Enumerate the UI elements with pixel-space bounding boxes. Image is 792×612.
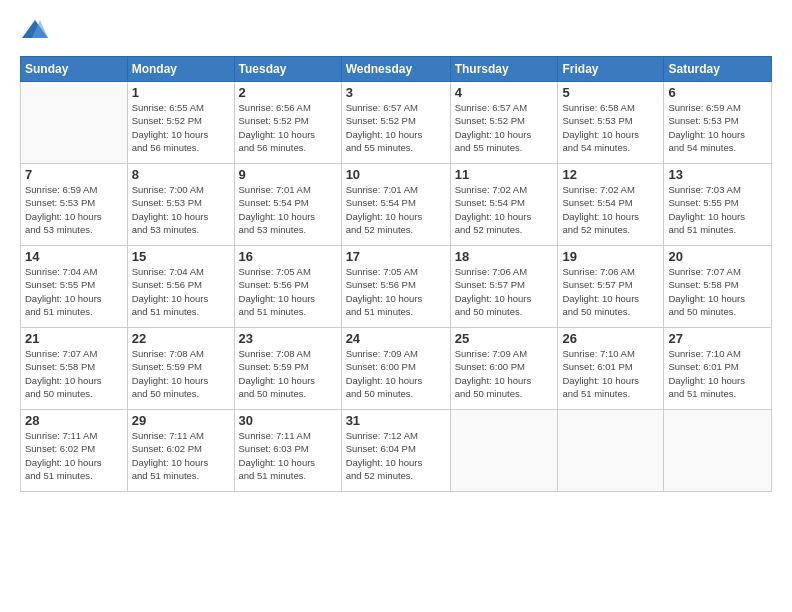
day-number: 19 — [562, 249, 659, 264]
logo-icon — [20, 16, 50, 46]
day-info: Sunrise: 6:57 AM Sunset: 5:52 PM Dayligh… — [346, 101, 446, 154]
calendar-week-row: 1Sunrise: 6:55 AM Sunset: 5:52 PM Daylig… — [21, 82, 772, 164]
day-info: Sunrise: 7:12 AM Sunset: 6:04 PM Dayligh… — [346, 429, 446, 482]
day-info: Sunrise: 7:11 AM Sunset: 6:02 PM Dayligh… — [132, 429, 230, 482]
weekday-header: Monday — [127, 57, 234, 82]
day-number: 25 — [455, 331, 554, 346]
day-info: Sunrise: 6:58 AM Sunset: 5:53 PM Dayligh… — [562, 101, 659, 154]
day-info: Sunrise: 7:11 AM Sunset: 6:03 PM Dayligh… — [239, 429, 337, 482]
calendar-cell: 24Sunrise: 7:09 AM Sunset: 6:00 PM Dayli… — [341, 328, 450, 410]
day-info: Sunrise: 7:08 AM Sunset: 5:59 PM Dayligh… — [132, 347, 230, 400]
calendar-week-row: 28Sunrise: 7:11 AM Sunset: 6:02 PM Dayli… — [21, 410, 772, 492]
day-info: Sunrise: 7:02 AM Sunset: 5:54 PM Dayligh… — [562, 183, 659, 236]
calendar-cell: 23Sunrise: 7:08 AM Sunset: 5:59 PM Dayli… — [234, 328, 341, 410]
day-info: Sunrise: 7:04 AM Sunset: 5:55 PM Dayligh… — [25, 265, 123, 318]
calendar-cell: 1Sunrise: 6:55 AM Sunset: 5:52 PM Daylig… — [127, 82, 234, 164]
calendar-cell: 29Sunrise: 7:11 AM Sunset: 6:02 PM Dayli… — [127, 410, 234, 492]
day-number: 20 — [668, 249, 767, 264]
day-number: 27 — [668, 331, 767, 346]
calendar-week-row: 7Sunrise: 6:59 AM Sunset: 5:53 PM Daylig… — [21, 164, 772, 246]
day-info: Sunrise: 7:01 AM Sunset: 5:54 PM Dayligh… — [239, 183, 337, 236]
day-number: 6 — [668, 85, 767, 100]
weekday-header: Thursday — [450, 57, 558, 82]
weekday-header: Tuesday — [234, 57, 341, 82]
day-info: Sunrise: 6:56 AM Sunset: 5:52 PM Dayligh… — [239, 101, 337, 154]
day-info: Sunrise: 7:06 AM Sunset: 5:57 PM Dayligh… — [562, 265, 659, 318]
calendar-cell: 31Sunrise: 7:12 AM Sunset: 6:04 PM Dayli… — [341, 410, 450, 492]
day-number: 22 — [132, 331, 230, 346]
calendar-cell: 12Sunrise: 7:02 AM Sunset: 5:54 PM Dayli… — [558, 164, 664, 246]
day-number: 24 — [346, 331, 446, 346]
day-number: 11 — [455, 167, 554, 182]
day-info: Sunrise: 7:02 AM Sunset: 5:54 PM Dayligh… — [455, 183, 554, 236]
day-number: 31 — [346, 413, 446, 428]
day-info: Sunrise: 7:07 AM Sunset: 5:58 PM Dayligh… — [668, 265, 767, 318]
day-number: 17 — [346, 249, 446, 264]
calendar-cell: 16Sunrise: 7:05 AM Sunset: 5:56 PM Dayli… — [234, 246, 341, 328]
day-number: 9 — [239, 167, 337, 182]
day-number: 30 — [239, 413, 337, 428]
day-number: 23 — [239, 331, 337, 346]
weekday-header: Friday — [558, 57, 664, 82]
day-number: 29 — [132, 413, 230, 428]
page: SundayMondayTuesdayWednesdayThursdayFrid… — [0, 0, 792, 612]
calendar-cell: 26Sunrise: 7:10 AM Sunset: 6:01 PM Dayli… — [558, 328, 664, 410]
day-info: Sunrise: 7:03 AM Sunset: 5:55 PM Dayligh… — [668, 183, 767, 236]
calendar-cell: 7Sunrise: 6:59 AM Sunset: 5:53 PM Daylig… — [21, 164, 128, 246]
day-info: Sunrise: 7:11 AM Sunset: 6:02 PM Dayligh… — [25, 429, 123, 482]
calendar-cell: 14Sunrise: 7:04 AM Sunset: 5:55 PM Dayli… — [21, 246, 128, 328]
day-number: 8 — [132, 167, 230, 182]
day-number: 21 — [25, 331, 123, 346]
calendar-cell: 9Sunrise: 7:01 AM Sunset: 5:54 PM Daylig… — [234, 164, 341, 246]
logo — [20, 16, 54, 46]
day-info: Sunrise: 7:00 AM Sunset: 5:53 PM Dayligh… — [132, 183, 230, 236]
day-number: 18 — [455, 249, 554, 264]
calendar-cell: 18Sunrise: 7:06 AM Sunset: 5:57 PM Dayli… — [450, 246, 558, 328]
day-info: Sunrise: 7:10 AM Sunset: 6:01 PM Dayligh… — [562, 347, 659, 400]
day-number: 26 — [562, 331, 659, 346]
calendar-cell: 27Sunrise: 7:10 AM Sunset: 6:01 PM Dayli… — [664, 328, 772, 410]
day-info: Sunrise: 7:05 AM Sunset: 5:56 PM Dayligh… — [239, 265, 337, 318]
calendar-cell — [558, 410, 664, 492]
calendar-cell: 4Sunrise: 6:57 AM Sunset: 5:52 PM Daylig… — [450, 82, 558, 164]
calendar-cell — [21, 82, 128, 164]
calendar-cell: 30Sunrise: 7:11 AM Sunset: 6:03 PM Dayli… — [234, 410, 341, 492]
day-info: Sunrise: 6:55 AM Sunset: 5:52 PM Dayligh… — [132, 101, 230, 154]
weekday-header: Sunday — [21, 57, 128, 82]
day-number: 7 — [25, 167, 123, 182]
weekday-header: Wednesday — [341, 57, 450, 82]
day-info: Sunrise: 7:09 AM Sunset: 6:00 PM Dayligh… — [455, 347, 554, 400]
calendar-cell: 15Sunrise: 7:04 AM Sunset: 5:56 PM Dayli… — [127, 246, 234, 328]
calendar-cell: 5Sunrise: 6:58 AM Sunset: 5:53 PM Daylig… — [558, 82, 664, 164]
day-number: 16 — [239, 249, 337, 264]
day-info: Sunrise: 7:05 AM Sunset: 5:56 PM Dayligh… — [346, 265, 446, 318]
calendar-week-row: 14Sunrise: 7:04 AM Sunset: 5:55 PM Dayli… — [21, 246, 772, 328]
calendar-cell: 19Sunrise: 7:06 AM Sunset: 5:57 PM Dayli… — [558, 246, 664, 328]
day-number: 4 — [455, 85, 554, 100]
calendar-week-row: 21Sunrise: 7:07 AM Sunset: 5:58 PM Dayli… — [21, 328, 772, 410]
day-info: Sunrise: 7:09 AM Sunset: 6:00 PM Dayligh… — [346, 347, 446, 400]
day-number: 10 — [346, 167, 446, 182]
calendar-cell: 2Sunrise: 6:56 AM Sunset: 5:52 PM Daylig… — [234, 82, 341, 164]
day-number: 15 — [132, 249, 230, 264]
calendar-cell: 20Sunrise: 7:07 AM Sunset: 5:58 PM Dayli… — [664, 246, 772, 328]
day-info: Sunrise: 7:06 AM Sunset: 5:57 PM Dayligh… — [455, 265, 554, 318]
day-number: 5 — [562, 85, 659, 100]
day-info: Sunrise: 7:08 AM Sunset: 5:59 PM Dayligh… — [239, 347, 337, 400]
day-info: Sunrise: 7:04 AM Sunset: 5:56 PM Dayligh… — [132, 265, 230, 318]
calendar-cell: 21Sunrise: 7:07 AM Sunset: 5:58 PM Dayli… — [21, 328, 128, 410]
weekday-header: Saturday — [664, 57, 772, 82]
calendar-table: SundayMondayTuesdayWednesdayThursdayFrid… — [20, 56, 772, 492]
calendar-cell: 8Sunrise: 7:00 AM Sunset: 5:53 PM Daylig… — [127, 164, 234, 246]
calendar-cell: 10Sunrise: 7:01 AM Sunset: 5:54 PM Dayli… — [341, 164, 450, 246]
calendar-cell: 28Sunrise: 7:11 AM Sunset: 6:02 PM Dayli… — [21, 410, 128, 492]
day-info: Sunrise: 7:10 AM Sunset: 6:01 PM Dayligh… — [668, 347, 767, 400]
header — [20, 16, 772, 46]
calendar-cell: 6Sunrise: 6:59 AM Sunset: 5:53 PM Daylig… — [664, 82, 772, 164]
calendar-cell: 17Sunrise: 7:05 AM Sunset: 5:56 PM Dayli… — [341, 246, 450, 328]
calendar-cell: 22Sunrise: 7:08 AM Sunset: 5:59 PM Dayli… — [127, 328, 234, 410]
day-number: 14 — [25, 249, 123, 264]
weekday-header-row: SundayMondayTuesdayWednesdayThursdayFrid… — [21, 57, 772, 82]
calendar-cell: 11Sunrise: 7:02 AM Sunset: 5:54 PM Dayli… — [450, 164, 558, 246]
day-info: Sunrise: 6:59 AM Sunset: 5:53 PM Dayligh… — [25, 183, 123, 236]
